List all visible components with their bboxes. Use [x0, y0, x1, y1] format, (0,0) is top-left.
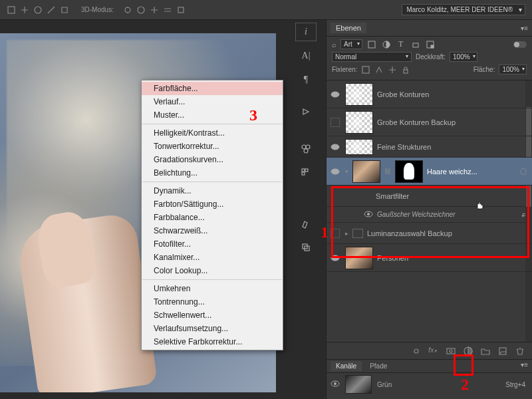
menu-item[interactable]: Tontrennung... — [142, 295, 283, 309]
layer-row[interactable]: Feine Strukturen — [327, 136, 532, 158]
menu-item[interactable]: Farbfläche... — [142, 82, 283, 95]
color-panel-icon[interactable] — [295, 164, 317, 182]
menu-item[interactable]: Verlauf... — [142, 95, 283, 108]
filter-toggle[interactable] — [513, 41, 527, 48]
layer-thumbnail[interactable] — [352, 160, 380, 183]
visibility-icon[interactable] — [364, 211, 373, 219]
menu-item[interactable]: Farbbalance... — [142, 211, 283, 224]
preset-icon[interactable] — [47, 5, 56, 15]
workspace-dropdown[interactable]: Marco Kolditz, MEER DER IDEEN® — [402, 4, 525, 15]
paragraph-panel-icon[interactable]: ¶ — [295, 70, 317, 89]
info-panel-icon[interactable]: i — [295, 23, 317, 41]
layer-name[interactable]: Personen — [377, 254, 408, 262]
layer-thumbnail[interactable] — [345, 111, 373, 134]
visibility-icon[interactable] — [329, 116, 341, 128]
menu-item[interactable]: Dynamik... — [142, 184, 283, 198]
channels-tab[interactable]: Kanäle — [331, 361, 362, 371]
menu-item[interactable]: Muster... — [142, 108, 283, 122]
menu-item[interactable]: Farbton/Sättigung... — [142, 198, 283, 211]
menu-item[interactable]: Helligkeit/Kontrast... — [142, 126, 283, 140]
layer-name[interactable]: Grobe Konturen — [377, 90, 429, 98]
lock-all-icon[interactable] — [401, 65, 410, 74]
layer-name[interactable]: Luminanzauswahl Backup — [367, 229, 452, 237]
brush-panel-icon[interactable] — [295, 214, 317, 233]
preset-icon[interactable] — [60, 5, 69, 15]
menu-item[interactable]: Verlaufsumsetzung... — [142, 322, 283, 335]
lock-pixels-icon[interactable] — [374, 65, 384, 74]
layer-row[interactable]: Grobe Konturen Backup — [327, 108, 532, 136]
group-icon[interactable] — [480, 346, 491, 356]
expand-icon[interactable]: ▾ — [345, 168, 348, 175]
filter-name[interactable]: Gaußscher Weichzeichner — [377, 211, 456, 218]
panel-menu-icon[interactable]: ▾≡ — [521, 361, 528, 371]
channel-name[interactable]: Grün — [377, 381, 392, 388]
menu-item[interactable]: Schwellenwert... — [142, 309, 283, 322]
layer-name[interactable]: Haare weichz... — [427, 168, 477, 176]
mask-thumbnail[interactable] — [395, 160, 423, 183]
expand-icon[interactable]: ▸ — [345, 230, 348, 237]
menu-item[interactable]: Umkehren — [142, 282, 283, 295]
layer-thumbnail[interactable] — [345, 247, 373, 269]
layers-tab[interactable]: Ebenen — [331, 23, 366, 33]
channel-row[interactable]: Grün Strg+4 — [327, 373, 532, 396]
filter-smart-icon[interactable] — [425, 40, 436, 49]
layer-row-selected[interactable]: ▾ ⛓ Haare weichz... — [327, 158, 532, 186]
visibility-icon[interactable] — [329, 141, 341, 153]
channel-thumbnail[interactable] — [345, 375, 372, 394]
adjustment-layer-icon[interactable] — [463, 346, 473, 356]
filter-pixel-icon[interactable] — [366, 40, 377, 49]
menu-item[interactable]: Tonwertkorrektur... — [142, 140, 283, 153]
link-icon[interactable]: ⛓ — [384, 168, 391, 175]
layer-name[interactable]: Feine Strukturen — [377, 143, 431, 151]
layer-filter-kind[interactable]: Art — [340, 39, 362, 49]
blend-mode-select[interactable]: Normal — [332, 52, 412, 62]
layer-name[interactable]: Grobe Konturen Backup — [377, 118, 456, 126]
opacity-value[interactable]: 100% — [450, 52, 477, 62]
layer-row[interactable]: Grobe Konturen — [327, 80, 532, 108]
layer-fx-icon[interactable]: fx▾ — [428, 346, 439, 356]
new-layer-icon[interactable] — [497, 346, 508, 356]
layer-thumbnail[interactable] — [345, 139, 373, 155]
swatches-panel-icon[interactable] — [295, 140, 317, 158]
clone-panel-icon[interactable] — [295, 238, 317, 257]
smartfilter-row[interactable]: Smartfilter — [327, 186, 532, 207]
menu-item[interactable]: Kanalmixer... — [142, 251, 283, 264]
3d-rotate-icon[interactable] — [123, 5, 132, 15]
fill-value[interactable]: 100% — [499, 65, 527, 74]
layer-mask-icon[interactable] — [446, 346, 456, 356]
menu-item[interactable]: Gradationskurven... — [142, 153, 283, 166]
visibility-icon[interactable] — [329, 88, 341, 100]
3d-scale-icon[interactable] — [176, 5, 186, 15]
menu-item[interactable]: Fotofilter... — [142, 237, 283, 251]
layer-row[interactable]: ▸ Luminanzauswahl Backup — [327, 223, 532, 244]
preset-icon[interactable] — [20, 5, 29, 15]
filter-shape-icon[interactable] — [410, 40, 421, 49]
3d-roll-icon[interactable] — [136, 5, 146, 15]
panel-menu-icon[interactable]: ▾≡ — [521, 25, 528, 32]
filter-item-row[interactable]: Gaußscher Weichzeichner ⇄ — [327, 207, 532, 223]
paths-tab[interactable]: Pfade — [364, 361, 392, 371]
3d-pan-icon[interactable] — [150, 5, 159, 15]
visibility-icon[interactable] — [329, 166, 341, 178]
character-panel-icon[interactable]: A| — [295, 47, 317, 65]
delete-layer-icon[interactable] — [515, 346, 525, 356]
preset-icon[interactable] — [7, 5, 16, 15]
menu-item[interactable]: Color Lookup... — [142, 264, 283, 277]
menu-item[interactable]: Belichtung... — [142, 166, 283, 180]
preset-icon[interactable] — [33, 5, 43, 15]
visibility-icon[interactable] — [329, 227, 341, 239]
visibility-icon[interactable] — [329, 252, 341, 264]
filter-type-icon[interactable]: T — [396, 40, 406, 49]
layer-row[interactable]: Personen — [327, 244, 532, 272]
layer-thumbnail[interactable] — [345, 83, 373, 106]
filter-mask-thumbnail[interactable] — [349, 188, 372, 205]
lock-transparent-icon[interactable] — [361, 65, 370, 74]
actions-panel-icon[interactable] — [295, 102, 317, 121]
filter-adjust-icon[interactable] — [381, 40, 392, 49]
menu-item[interactable]: Schwarzweiß... — [142, 224, 283, 237]
menu-item[interactable]: Selektive Farbkorrektur... — [142, 335, 283, 348]
link-layers-icon[interactable] — [411, 346, 422, 356]
lock-position-icon[interactable] — [388, 65, 397, 74]
visibility-icon[interactable] — [331, 380, 340, 388]
3d-slide-icon[interactable] — [163, 5, 172, 15]
